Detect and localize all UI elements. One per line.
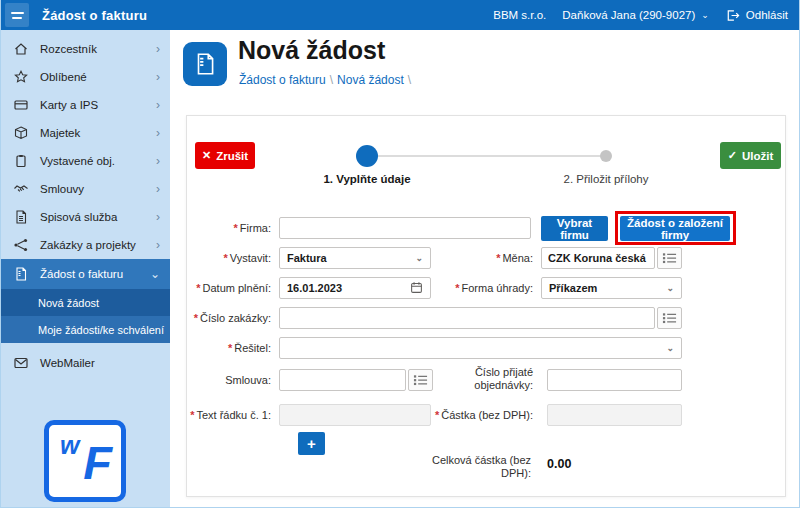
chevron-right-icon: ›	[156, 127, 160, 139]
forma-uhrady-value: Příkazem	[549, 282, 597, 294]
invoice-document-icon	[192, 51, 218, 77]
mail-icon	[13, 355, 29, 371]
stepper-line	[367, 155, 606, 157]
resitel-label: *Řešitel:	[187, 342, 271, 355]
logout-label: Odhlásit	[746, 9, 788, 21]
form-card: ✕ Zrušit 1. Vyplňte údaje 2. Přiložit př…	[186, 115, 786, 497]
celkova-castka-label: Celková částka (bez DPH):	[425, 454, 531, 480]
sidebar-subitem-label: Moje žádosti/ke schválení	[38, 324, 164, 336]
check-icon: ✓	[728, 149, 737, 162]
required-marker: *	[194, 312, 198, 324]
wf-logo-f: F	[83, 435, 112, 490]
resitel-select[interactable]: ⌄	[279, 337, 682, 359]
chevron-right-icon: ›	[156, 155, 160, 167]
sidebar-item-zadost-o-fakturu[interactable]: Žádost o fakturu ⌄	[0, 259, 170, 289]
chevron-right-icon: ›	[156, 239, 160, 251]
mena-list-picker-button[interactable]	[657, 247, 682, 269]
sidebar-item-label: Smlouvy	[40, 183, 84, 195]
firma-input[interactable]	[279, 217, 531, 239]
projects-icon	[13, 237, 29, 253]
sidebar-item-zakazky-a-projekty[interactable]: Zakázky a projekty ›	[0, 231, 170, 259]
castka-label: *Částka (bez DPH):	[427, 409, 533, 422]
breadcrumb-link-nova-zadost[interactable]: Nová žádost	[337, 73, 404, 87]
datum-plneni-label: *Datum plnění:	[187, 282, 271, 295]
wf-logo[interactable]: w F	[44, 420, 126, 502]
save-button[interactable]: ✓ Uložit	[720, 142, 781, 169]
sidebar-item-label: Vystavené obj.	[40, 155, 115, 167]
sidebar-item-smlouvy[interactable]: Smlouvy ›	[0, 175, 170, 203]
cancel-button[interactable]: ✕ Zrušit	[195, 142, 255, 169]
datum-plneni-input[interactable]: 16.01.2023	[279, 277, 431, 299]
stepper-step2-dot[interactable]	[600, 150, 612, 162]
chevron-down-icon: ⌄	[415, 253, 423, 263]
document-icon	[13, 209, 29, 225]
breadcrumb: Žádost o fakturu\Nová žádost\	[239, 73, 415, 87]
cislo-zakazky-label: *Číslo zakázky:	[187, 312, 271, 325]
page-header-icon	[183, 42, 227, 86]
chevron-down-icon: ⌄	[701, 11, 709, 20]
chevron-down-icon: ⌄	[666, 343, 674, 353]
sidebar-item-label: Oblíbené	[40, 71, 87, 83]
vystavit-select[interactable]: Faktura ⌄	[279, 247, 431, 269]
invoice-icon	[13, 266, 29, 282]
sidebar-item-vystavene-obj[interactable]: Vystavené obj. ›	[0, 147, 170, 175]
celkova-castka-value: 0.00	[547, 457, 571, 471]
zadost-o-zalozeni-firmy-button[interactable]: Žádost o založení firmy	[620, 216, 730, 241]
company-name: BBM s.r.o.	[493, 9, 546, 21]
logout-icon	[725, 8, 740, 23]
sidebar-item-label: Žádost o fakturu	[40, 268, 123, 280]
sidebar-item-label: Rozcestník	[40, 43, 97, 55]
user-menu[interactable]: Daňková Jana (290-9027) ⌄	[562, 9, 709, 21]
mena-input[interactable]	[541, 247, 655, 269]
required-marker: *	[455, 282, 459, 294]
forma-uhrady-select[interactable]: Příkazem ⌄	[541, 277, 682, 299]
cislo-prijate-objednavky-label: Číslo přijaté objednávky:	[427, 366, 533, 392]
logout-button[interactable]: Odhlásit	[725, 8, 788, 23]
required-marker: *	[496, 252, 500, 264]
sidebar-item-label: Zakázky a projekty	[40, 239, 136, 251]
breadcrumb-link-zadost[interactable]: Žádost o fakturu	[239, 73, 326, 87]
add-row-button[interactable]: +	[298, 432, 325, 455]
required-marker: *	[196, 282, 200, 294]
sidebar-item-majetek[interactable]: Majetek ›	[0, 119, 170, 147]
user-name: Daňková Jana (290-9027)	[562, 9, 695, 21]
cislo-zakazky-list-picker-button[interactable]	[657, 307, 682, 329]
breadcrumb-separator: \	[330, 73, 333, 87]
sidebar-item-spisova-sluzba[interactable]: Spisová služba ›	[0, 203, 170, 231]
cislo-prijate-objednavky-input[interactable]	[547, 369, 682, 391]
topbar-right: BBM s.r.o. Daňková Jana (290-9027) ⌄ Odh…	[493, 8, 788, 23]
text-radku-input[interactable]	[279, 404, 431, 426]
vystavit-value: Faktura	[287, 252, 327, 264]
list-icon	[662, 312, 677, 324]
sidebar-item-oblibene[interactable]: Oblíbené ›	[0, 63, 170, 91]
chevron-down-icon: ⌄	[666, 283, 674, 293]
sidebar-subitem-moje-zadosti[interactable]: Moje žádosti/ke schválení	[0, 316, 170, 343]
sidebar-item-rozcestnik[interactable]: Rozcestník ›	[0, 35, 170, 63]
required-marker: *	[190, 409, 194, 421]
sidebar-item-label: Karty a IPS	[40, 99, 98, 111]
hamburger-menu-icon[interactable]	[5, 3, 29, 27]
castka-input[interactable]	[547, 404, 682, 426]
mena-label: *Měna:	[427, 252, 533, 265]
smlouva-input[interactable]	[279, 369, 406, 391]
sidebar-item-karty-a-ips[interactable]: Karty a IPS ›	[0, 91, 170, 119]
sidebar-item-webmailer[interactable]: WebMailer	[0, 349, 170, 377]
stepper-step1-dot[interactable]	[356, 145, 378, 167]
sidebar-item-label: WebMailer	[40, 357, 95, 369]
forma-uhrady-label: *Forma úhrady:	[427, 282, 533, 295]
calendar-icon[interactable]	[410, 281, 423, 296]
vybrat-firmu-button[interactable]: Vybrat firmu	[541, 216, 608, 241]
sidebar: Rozcestník › Oblíbené › Karty a IPS › Ma…	[0, 30, 170, 508]
sidebar-subitem-nova-zadost[interactable]: Nová žádost	[0, 289, 170, 316]
cislo-zakazky-input[interactable]	[279, 307, 655, 329]
top-bar: Žádost o fakturu BBM s.r.o. Daňková Jana…	[0, 0, 800, 30]
required-marker: *	[228, 342, 232, 354]
chevron-right-icon: ›	[156, 183, 160, 195]
chevron-right-icon: ›	[156, 211, 160, 223]
smlouva-label: Smlouva:	[187, 374, 271, 387]
vystavit-label: *Vystavit:	[187, 252, 271, 265]
handshake-icon	[13, 181, 29, 197]
card-icon	[13, 97, 29, 113]
chevron-right-icon: ›	[156, 43, 160, 55]
app-title: Žádost o fakturu	[42, 8, 147, 23]
